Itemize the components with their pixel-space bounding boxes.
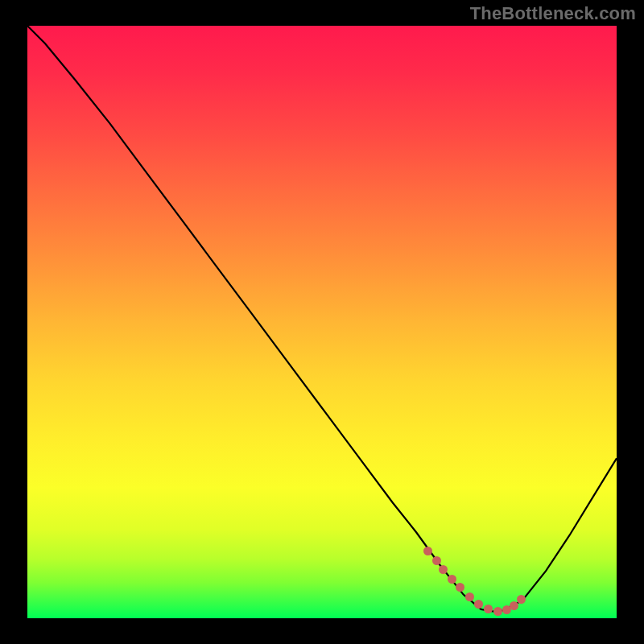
sweet-spot-dots bbox=[27, 26, 617, 618]
sweet-spot-dot bbox=[517, 595, 526, 604]
sweet-spot-dot bbox=[493, 607, 502, 616]
sweet-spot-dot bbox=[439, 565, 448, 574]
sweet-spot-dot bbox=[423, 547, 432, 555]
sweet-spot-dot bbox=[456, 583, 464, 592]
sweet-spot-dot bbox=[465, 592, 474, 601]
chart-plot-area bbox=[27, 26, 617, 618]
sweet-spot-dot bbox=[484, 605, 493, 613]
sweet-spot-dot bbox=[448, 575, 456, 584]
sweet-spot-dot bbox=[432, 556, 441, 565]
sweet-spot-dot bbox=[510, 601, 518, 610]
watermark-text: TheBottleneck.com bbox=[470, 3, 636, 24]
sweet-spot-dot bbox=[474, 600, 483, 609]
